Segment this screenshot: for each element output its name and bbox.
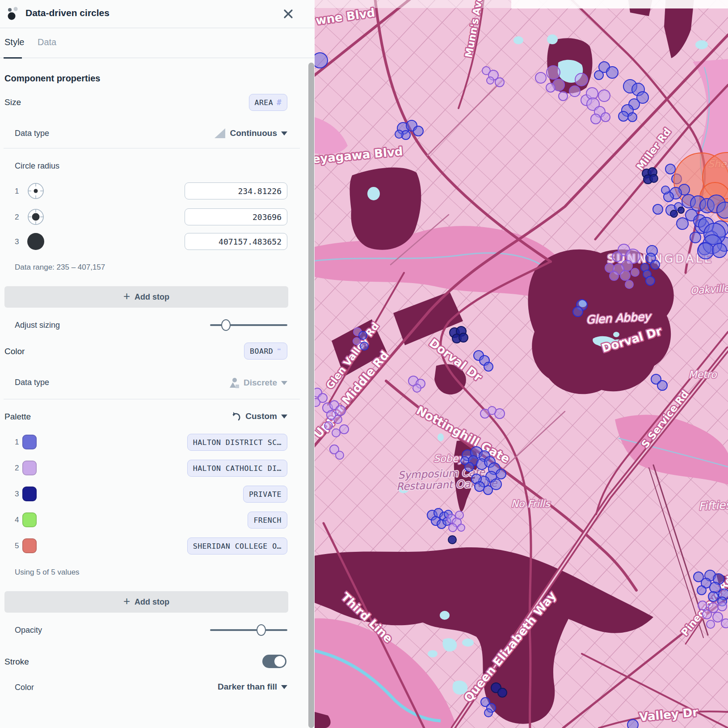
palette-value-chip[interactable]: PRIVATE [243,486,287,503]
map-circle-hcdsb[interactable] [625,280,633,288]
map-circle-hcdsb[interactable] [336,406,345,415]
map-circle-hdsb[interactable] [698,243,714,259]
map-circle-hdsb[interactable] [395,130,403,138]
palette-value-chip[interactable]: SHERIDAN COLLEGE O… [187,538,287,554]
map-circle-hcdsb[interactable] [631,268,639,276]
map-circle-hcdsb[interactable] [610,271,619,280]
map-circle-private[interactable] [650,174,658,182]
map-circle-hcdsb[interactable] [569,86,580,97]
map-circle-hcdsb[interactable] [605,263,614,272]
opacity-slider[interactable] [210,624,287,636]
palette-value-chip[interactable]: HALTON DISTRICT SC… [187,434,287,451]
palette-color-swatch[interactable] [22,461,37,475]
palette-value-chip[interactable]: HALTON CATHOLIC DI… [187,460,287,477]
map-circle-hdsb[interactable] [606,67,618,78]
size-field-chip[interactable]: AREA # [249,94,288,111]
palette-color-swatch[interactable] [22,435,37,449]
map-circle-hdsb[interactable] [657,381,667,390]
map-circle-hcdsb[interactable] [591,114,601,124]
map-circle-hdsb[interactable] [710,582,720,593]
map-circle-hcdsb[interactable] [332,429,340,437]
radius-stop-input[interactable]: 234.81226 [185,182,287,199]
map-circle-hdsb[interactable] [413,126,423,136]
map-circle-hcdsb[interactable] [703,610,711,619]
map-circle-hdsb[interactable] [690,232,701,243]
map-circle-hdsb[interactable] [484,486,492,495]
map-circle-hcdsb[interactable] [598,90,610,102]
map-circle-hdsb[interactable] [360,342,368,350]
map-circle-hdsb[interactable] [594,71,603,80]
map-circle-hdsb[interactable] [661,186,669,194]
map-circle-hcdsb[interactable] [575,73,588,86]
map-circle-hcdsb[interactable] [707,620,715,628]
radius-stop-icon[interactable] [26,232,46,251]
radius-stop-input[interactable]: 203696 [185,208,287,225]
map-circle-hdsb[interactable] [665,164,675,174]
map-circle-hdsb[interactable] [315,53,328,68]
map-circle-hcdsb[interactable] [488,406,496,415]
map-circle-hdsb[interactable] [484,709,492,717]
map-circle-hcdsb[interactable] [698,601,707,610]
palette-color-swatch[interactable] [22,512,37,527]
map-circle-hcdsb[interactable] [601,113,610,122]
panel-scrollbar[interactable] [308,63,314,728]
radius-stop-icon[interactable] [26,181,46,201]
map-circle-hcdsb[interactable] [546,83,555,92]
map-circle-hcdsb[interactable] [315,398,320,406]
add-color-stop-button[interactable]: + Add stop [4,591,288,613]
map-circle-hcdsb[interactable] [535,72,546,83]
map-circle-hdsb[interactable] [475,482,484,491]
map-circle-hcdsb[interactable] [713,612,723,622]
map-circle-hcdsb[interactable] [455,511,463,519]
close-icon[interactable] [282,7,295,21]
color-field-chip[interactable]: BOARD ❝ [244,343,287,360]
stroke-toggle[interactable] [262,655,286,668]
map-circle-hcdsb[interactable] [334,415,342,423]
radius-stop-icon[interactable] [26,207,46,227]
add-size-stop-button[interactable]: + Add stop [4,286,288,308]
map-circle-hcdsb[interactable] [718,602,727,611]
slider-thumb[interactable] [221,319,231,331]
map-circle-private[interactable] [448,536,456,544]
map-circle-hdsb[interactable] [677,218,688,229]
map-circle-hcdsb[interactable] [413,384,421,392]
map-canvas[interactable]: wne BlvdMunn's AveNeyagawa BlvdMiller Rd… [315,0,728,728]
map-circle-hcdsb[interactable] [449,524,457,532]
map-circle-hcdsb[interactable] [458,524,465,531]
map-circle-hcdsb[interactable] [620,271,630,280]
palette-color-swatch[interactable] [22,487,37,501]
map-circle-private[interactable] [678,207,684,213]
map-circle-hcdsb[interactable] [547,66,560,79]
palette-value-chip[interactable]: FRENCH [248,512,287,529]
map-circle-hcdsb[interactable] [559,92,568,101]
map-circle-hdsb[interactable] [646,276,655,285]
map-circle-hdsb[interactable] [628,113,637,122]
size-datatype-dropdown[interactable]: Continuous [214,128,287,139]
map-circle-hdsb[interactable] [708,592,718,601]
map-circle-hdsb[interactable] [359,331,367,339]
stroke-color-dropdown[interactable]: Darker than fill [218,682,287,692]
map-circle-hdsb[interactable] [619,111,628,121]
map-circle-hdsb[interactable] [496,469,506,479]
map-circle-hcdsb[interactable] [495,78,504,87]
map-circle-hcdsb[interactable] [324,422,332,430]
map-circle-hdsb[interactable] [461,457,469,465]
map-circle-hcdsb[interactable] [340,425,349,434]
map-circle-private[interactable] [498,688,507,697]
map-circle-hcdsb[interactable] [612,252,622,262]
map-circle-hdsb[interactable] [484,362,493,371]
adjust-sizing-slider[interactable] [210,319,287,331]
map-circle-hdsb[interactable] [712,243,727,258]
radius-stop-input[interactable]: 407157.483652 [185,233,287,250]
map-circle-hcdsb[interactable] [487,77,494,84]
map-circle-hcdsb[interactable] [353,338,360,345]
map-circle-hcdsb[interactable] [721,619,728,628]
tab-style[interactable]: Style [4,37,24,47]
palette-mode-dropdown[interactable]: Custom [231,411,287,422]
color-datatype-dropdown[interactable]: Discrete [229,377,287,389]
map-circle-hcdsb[interactable] [586,88,598,99]
map-circle-hdsb[interactable] [627,720,638,728]
tab-data[interactable]: Data [38,37,56,47]
map-circle-private[interactable] [670,210,678,217]
slider-thumb[interactable] [257,624,266,636]
